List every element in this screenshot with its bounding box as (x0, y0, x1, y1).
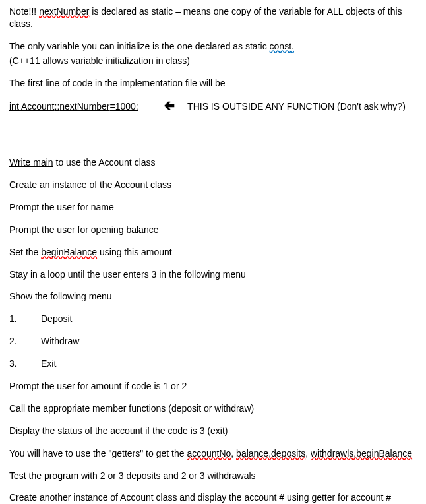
paragraph: Prompt the user for amount if code is 1 … (9, 380, 417, 393)
paragraph: Show the following menu (9, 290, 417, 303)
menu-item: 1.Deposit (9, 313, 417, 325)
grammar-word: . (291, 41, 294, 51)
menu-item: 2.Withdraw (9, 335, 417, 348)
text: , (231, 448, 236, 458)
spellcheck-word: beginBalance (41, 247, 97, 257)
paragraph: Write main to use the Account class (9, 156, 417, 169)
text: using this amount (97, 247, 172, 257)
paragraph: Set the beginBalance using this amount (9, 246, 417, 259)
text: Note!!! (9, 6, 39, 16)
menu-label: Deposit (41, 313, 72, 324)
spacer (9, 123, 417, 156)
menu-number: 2. (9, 335, 41, 348)
paragraph: Create an instance of the Account class (9, 179, 417, 191)
text: , (305, 448, 311, 458)
code-text: =1000; (110, 101, 138, 111)
arrow-left-icon: 🡰 (164, 99, 175, 113)
spellcheck-word: accountNo (187, 448, 231, 458)
paragraph: Test the program with 2 or 3 deposits an… (9, 470, 417, 482)
spellcheck-word: nextNumber (39, 6, 89, 16)
paragraph: You will have to use the "getters" to ge… (9, 447, 417, 460)
menu-item: 3.Exit (9, 358, 417, 370)
code-text: int Account (9, 101, 55, 111)
code-text: nextNumber (59, 101, 109, 111)
code-line: int Account::nextNumber=1000; 🡰 THIS IS … (9, 99, 417, 113)
paragraph: Display the status of the account if the… (9, 425, 417, 437)
spacer (141, 101, 159, 111)
text: THIS IS OUTSIDE ANY FUNCTION (Don't ask … (187, 101, 406, 111)
spellcheck-word: Write main (9, 157, 53, 168)
spellcheck-word: withdrawls,beginBalance (311, 448, 412, 458)
menu-number: 1. (9, 313, 41, 325)
paragraph: Prompt the user for opening balance (9, 224, 417, 236)
paragraph: The only variable you can initialize is … (9, 40, 417, 53)
paragraph: Prompt the user for name (9, 201, 417, 214)
menu-label: Withdraw (41, 336, 79, 346)
paragraph: Call the appropriate member functions (d… (9, 402, 417, 415)
paragraph: Create another instance of Account class… (9, 491, 417, 504)
menu-label: Exit (41, 358, 56, 369)
grammar-word: const (270, 41, 291, 51)
text: to use the Account class (53, 157, 156, 168)
paragraph: Stay in a loop until the user enters 3 i… (9, 268, 417, 281)
paragraph-note: Note!!! nextNumber is declared as static… (9, 5, 417, 30)
paragraph: The first line of code in the implementa… (9, 77, 417, 90)
spellcheck-word: balance,deposits (236, 448, 305, 458)
menu-list: 1.Deposit 2.Withdraw 3.Exit (9, 313, 417, 370)
paragraph: (C++11 allows variable initialization in… (9, 55, 417, 67)
menu-number: 3. (9, 358, 41, 370)
text: You will have to use the "getters" to ge… (9, 448, 187, 458)
spacer (180, 101, 185, 111)
text: Set the (9, 247, 41, 257)
text: The only variable you can initialize is … (9, 41, 270, 51)
